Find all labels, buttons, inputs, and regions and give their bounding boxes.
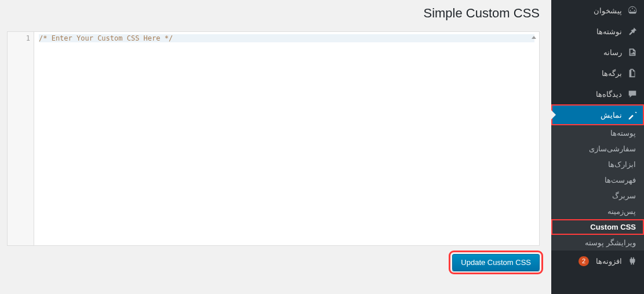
submenu-widgets[interactable]: ابزارک‌ها xyxy=(551,157,644,172)
appearance-icon xyxy=(627,109,638,121)
submenu-customize[interactable]: سفارشی‌سازی xyxy=(551,141,644,157)
menu-posts[interactable]: نوشته‌ها xyxy=(551,21,644,42)
pages-icon xyxy=(627,67,638,79)
submenu-themes[interactable]: پوسته‌ها xyxy=(551,125,644,141)
plugins-icon xyxy=(627,255,638,267)
menu-label: رسانه xyxy=(603,48,622,57)
submenu-custom-css[interactable]: Custom CSS xyxy=(551,219,644,235)
code-area[interactable]: /* Enter Your Custom CSS Here */ xyxy=(34,32,539,245)
line-gutter: 1 xyxy=(8,32,34,245)
menu-appearance[interactable]: نمایش xyxy=(551,104,644,125)
button-row: Update Custom CSS xyxy=(7,254,540,271)
menu-label: برگه‌ها xyxy=(602,69,622,78)
scroll-up-icon[interactable] xyxy=(531,34,537,40)
menu-media[interactable]: رسانه xyxy=(551,42,644,63)
menu-label: پیشخوان xyxy=(594,6,622,15)
menu-label: نوشته‌ها xyxy=(596,27,622,36)
css-editor[interactable]: 1 /* Enter Your Custom CSS Here */ xyxy=(7,31,540,246)
menu-comments[interactable]: دیدگاه‌ها xyxy=(551,84,644,104)
main-content: Simple Custom CSS 1 /* Enter Your Custom… xyxy=(0,0,551,294)
appearance-submenu: پوسته‌ها سفارشی‌سازی ابزارک‌ها فهرست‌ها … xyxy=(551,125,644,251)
admin-sidebar: پیشخوان نوشته‌ها رسانه برگه‌ها دیدگاه‌ها… xyxy=(551,0,644,294)
menu-label: دیدگاه‌ها xyxy=(596,90,622,99)
update-css-button[interactable]: Update Custom CSS xyxy=(452,254,540,271)
menu-plugins[interactable]: افزونه‌ها 2 xyxy=(551,251,644,271)
plugins-badge: 2 xyxy=(578,256,589,266)
submenu-editor[interactable]: ویرایشگر پوسته xyxy=(551,235,644,251)
code-comment: /* Enter Your Custom CSS Here */ xyxy=(39,34,173,42)
page-title: Simple Custom CSS xyxy=(7,6,540,21)
menu-pages[interactable]: برگه‌ها xyxy=(551,63,644,84)
media-icon xyxy=(627,46,638,58)
submenu-menus[interactable]: فهرست‌ها xyxy=(551,172,644,188)
pin-icon xyxy=(627,26,638,37)
submenu-header[interactable]: سربرگ xyxy=(551,188,644,204)
submenu-background[interactable]: پس‌زمینه xyxy=(551,204,644,219)
menu-label: نمایش xyxy=(601,111,622,119)
menu-dashboard[interactable]: پیشخوان xyxy=(551,0,644,21)
menu-label: افزونه‌ها xyxy=(596,257,622,266)
dashboard-icon xyxy=(627,5,638,16)
line-number: 1 xyxy=(8,34,30,42)
comments-icon xyxy=(627,88,638,100)
